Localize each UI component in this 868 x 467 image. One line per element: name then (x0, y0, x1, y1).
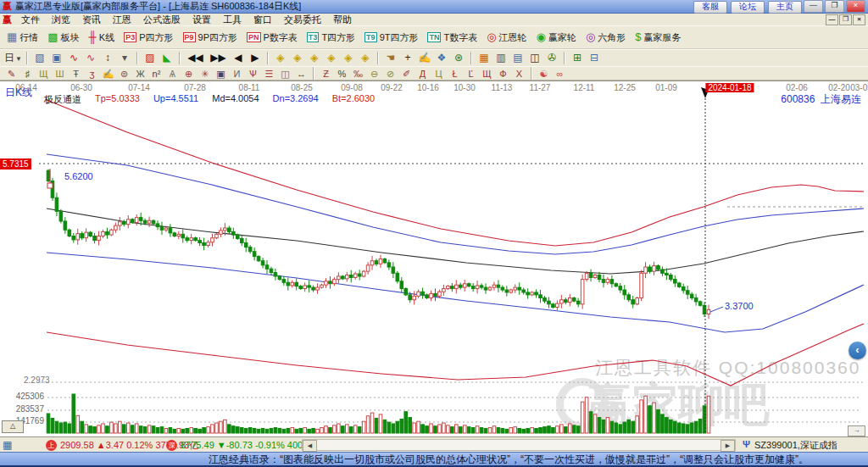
menu-item[interactable]: 窗口 (248, 14, 278, 26)
toolbar-button[interactable]: ◎江恩轮 (483, 28, 530, 47)
menu-item[interactable]: 帮助 (327, 14, 358, 26)
tool-icon-button[interactable]: ▦ (476, 51, 492, 66)
tool-icon-button[interactable]: ◈ (272, 51, 289, 66)
tool-icon-button[interactable]: ▶▶ (207, 51, 230, 66)
toolbar-button[interactable]: ╫K线 (86, 28, 119, 47)
chart-area[interactable]: 江恩工具软件 QQ:100800360 赢家聊吧 06-1406-3007-14… (0, 81, 868, 436)
tool-icon-button[interactable]: ‰ (350, 67, 366, 80)
tool-icon-button[interactable]: ⊘ (382, 67, 398, 80)
kline-chart-canvas[interactable] (0, 81, 868, 437)
menu-item[interactable]: 工具 (217, 14, 248, 26)
toolbar-button[interactable]: P3P四方形 (120, 28, 176, 47)
grid-view-icon[interactable]: ▦ (3, 439, 12, 451)
tool-icon-button[interactable]: ☰ (261, 67, 277, 80)
tool-icon-button[interactable]: ✍ (100, 67, 116, 80)
tool-icon-button[interactable]: 日▼ (3, 51, 23, 66)
titlebar-button[interactable]: 主页 (768, 1, 802, 14)
tool-icon-button[interactable]: ✐ (398, 67, 415, 80)
toolbar-button[interactable]: ▩板块 (44, 28, 82, 47)
tool-icon-button[interactable]: Ƶ (318, 67, 334, 80)
minimize-button[interactable]: — (804, 0, 823, 13)
tool-icon-button[interactable]: ☯ (536, 67, 552, 80)
menu-item[interactable]: 浏览 (46, 14, 76, 26)
tool-icon-button[interactable]: Х (511, 67, 527, 80)
tool-icon-button[interactable]: ⊟ (586, 51, 603, 66)
menu-item[interactable]: 公式选股 (137, 14, 186, 26)
tool-icon-button[interactable]: Щ (479, 67, 495, 80)
tool-icon-button[interactable]: Ѱ (245, 67, 261, 80)
tool-icon-button[interactable]: ◀ (230, 51, 247, 66)
tool-icon-button[interactable]: ▧ (31, 51, 48, 66)
tool-icon-button[interactable]: Ł (447, 67, 463, 80)
menu-item[interactable]: 设置 (186, 14, 217, 26)
toolbar-button[interactable]: PNP数字表 (243, 28, 301, 47)
tool-icon-button[interactable]: n² (148, 67, 164, 80)
tool-icon-button[interactable]: + (399, 51, 416, 66)
menu-item[interactable]: 江恩 (107, 14, 137, 26)
tool-icon-button[interactable]: ∿ (65, 51, 82, 66)
tool-icon-button[interactable]: ▾ (116, 51, 133, 66)
tool-icon-button[interactable]: Ľ (463, 67, 479, 80)
tool-icon-button[interactable]: Ф (495, 67, 511, 80)
tool-icon-button[interactable]: ◈ (306, 51, 323, 66)
scroll-left-button[interactable]: ◀ (303, 440, 317, 452)
tool-icon-button[interactable]: ✍ (416, 51, 433, 66)
tool-icon-button[interactable]: Ж (132, 67, 148, 80)
tool-icon-button[interactable]: Ѧ (164, 67, 181, 80)
tool-icon-button[interactable]: ◈ (340, 51, 357, 66)
tool-icon-button[interactable]: ↔ (293, 67, 309, 80)
menu-item[interactable]: 交易委托 (278, 14, 327, 26)
tool-icon-button[interactable]: ⊜ (116, 67, 132, 80)
tool-icon-button[interactable]: ▣ (48, 51, 65, 66)
collapse-panel-button[interactable]: ‹ (849, 342, 866, 359)
menu-item[interactable]: 文件 (15, 14, 46, 26)
tool-icon-button[interactable]: ▣ (213, 67, 229, 80)
tool-icon-button[interactable]: ʒ (84, 67, 100, 80)
tool-icon-button[interactable]: Д (415, 67, 431, 80)
toolbar-button[interactable]: ▦行情 (3, 28, 42, 47)
tool-icon-button[interactable]: ∿ (82, 51, 99, 66)
toolbar-button[interactable]: T3T四方形 (303, 28, 359, 47)
tool-icon-button[interactable]: ↕ (99, 51, 116, 66)
tool-icon-button[interactable]: ◫ (526, 51, 543, 66)
volume-scroll-button[interactable]: → (848, 425, 865, 436)
tool-icon-button[interactable]: ⊞ (569, 51, 586, 66)
tool-icon-button[interactable]: ❖ (433, 51, 450, 66)
restore-button[interactable]: ❐ (825, 0, 844, 13)
tool-icon-button[interactable]: ∞ (552, 67, 568, 80)
tool-icon-button[interactable]: ◫ (277, 67, 293, 80)
tool-icon-button[interactable]: ◣ (159, 51, 175, 66)
sh-index-quote[interactable]: 2909.58 ▲3.47 0.12% 3771.93亿 (60, 439, 198, 452)
toolbar-button[interactable]: ◉赢家轮 (533, 28, 580, 47)
tool-icon-button[interactable]: % (334, 67, 350, 80)
toolbar-button[interactable]: ◎六角形 (582, 28, 629, 47)
tool-icon-button[interactable]: ▥ (492, 51, 509, 66)
mdi-close-button[interactable]: × (853, 14, 865, 25)
titlebar-button[interactable]: 客服 (693, 1, 727, 14)
tool-icon-button[interactable]: ♯ (19, 67, 36, 80)
tool-icon-button[interactable]: ⊕ (181, 67, 197, 80)
titlebar-button[interactable]: 论坛 (731, 1, 765, 14)
close-button[interactable]: × (846, 0, 865, 13)
tool-icon-button[interactable]: ▨ (142, 51, 159, 66)
tool-icon-button[interactable]: ⊛ (450, 51, 467, 66)
tool-icon-button[interactable]: ✇ (543, 51, 560, 66)
tool-icon-button[interactable]: Ш (52, 67, 68, 80)
mdi-restore-button[interactable]: ❐ (839, 14, 852, 25)
toolbar-button[interactable]: TNT数字表 (424, 28, 481, 47)
tool-icon-button[interactable]: ✳ (197, 67, 213, 80)
tool-icon-button[interactable]: ⊖ (366, 67, 382, 80)
tool-icon-button[interactable]: ✎ (3, 67, 19, 80)
tool-icon-button[interactable]: ▤ (509, 51, 526, 66)
tool-icon-button[interactable]: И (229, 67, 245, 80)
volume-expand-button[interactable]: △ (2, 420, 24, 433)
tool-icon-button[interactable]: ◈ (323, 51, 340, 66)
toolbar-button[interactable]: P99P四方形 (180, 28, 241, 47)
tool-icon-button[interactable]: ◈ (289, 51, 306, 66)
tool-icon-button[interactable]: ◀◀ (184, 51, 207, 66)
horizontal-scrollbar[interactable]: ◀ ▶ (302, 439, 736, 451)
toolbar-button[interactable]: $赢家服务 (632, 28, 684, 47)
tool-icon-button[interactable]: ▶ (247, 51, 264, 66)
tool-icon-button[interactable]: Ŧ (68, 67, 84, 80)
tool-icon-button[interactable]: Щ (36, 67, 52, 80)
